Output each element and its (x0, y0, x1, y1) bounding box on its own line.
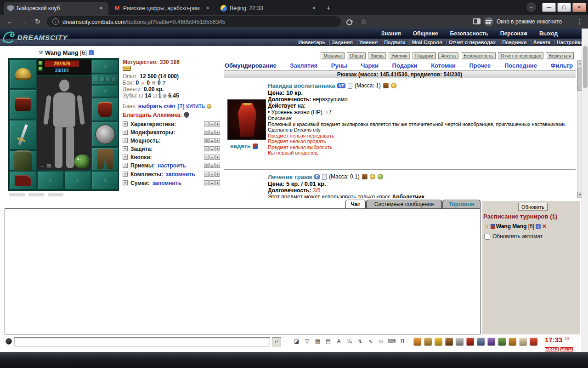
menu-icon[interactable] (204, 130, 209, 135)
menu-icon[interactable] (204, 163, 209, 168)
equip-slot-amulet[interactable] (92, 85, 119, 97)
tab-recent[interactable]: Последние (504, 62, 537, 69)
gifts-button[interactable]: Подарки (413, 52, 436, 59)
nav-nastroyki[interactable]: Настройки (552, 40, 585, 45)
game-tool-icon-1[interactable] (413, 338, 421, 345)
expand-icon[interactable] (123, 138, 128, 143)
walk-icon[interactable]: → (39, 163, 44, 168)
keyboard-icon[interactable]: ⌨ (387, 337, 396, 346)
up-arrow-icon[interactable] (209, 146, 215, 151)
down-arrow-icon[interactable] (215, 163, 220, 168)
erase-icon[interactable]: ◪ (292, 337, 301, 346)
down-arrow-icon[interactable] (215, 130, 220, 135)
down-arrow-icon[interactable] (215, 121, 220, 126)
equip-slot-shield[interactable] (92, 122, 119, 147)
chat-messages-area[interactable] (5, 208, 481, 334)
up-arrow-icon[interactable] (209, 130, 215, 135)
chat-tab-system[interactable]: Системные сообщения (366, 200, 442, 208)
gold-bars-icon[interactable] (123, 66, 131, 71)
smiley-green-icon[interactable] (378, 174, 383, 179)
game-tool-icon-9[interactable] (498, 338, 506, 345)
down-arrow-icon[interactable] (215, 138, 220, 143)
equip-slot-armor[interactable] (10, 150, 36, 170)
chat-input[interactable] (14, 337, 270, 346)
down-arrow-icon[interactable] (215, 180, 220, 185)
game-tool-icon-7[interactable] (477, 338, 485, 345)
equip-slot-weapon[interactable] (10, 120, 36, 150)
up-arrow-icon[interactable] (209, 155, 215, 160)
browser-tab-beijing[interactable]: Beijing: 22:33 (217, 2, 322, 15)
reload-button[interactable]: ↻ (33, 17, 42, 26)
help-question-icon[interactable]: ? (163, 80, 166, 86)
nav-obshchenie[interactable]: Общение (413, 30, 438, 37)
character-name[interactable]: Wang Mang (45, 49, 78, 56)
chat-tab-trade[interactable]: Торговля (442, 200, 481, 208)
back-button[interactable]: ← (6, 17, 15, 26)
remember-link[interactable]: запомнить (152, 180, 181, 186)
image-button[interactable]: Образ (347, 52, 366, 59)
game-tool-icon-2[interactable] (424, 338, 432, 345)
smiley-icon[interactable] (370, 174, 375, 179)
game-tool-icon-4[interactable] (445, 338, 453, 345)
browser-menu-icon[interactable]: ⋮ (575, 17, 584, 26)
menu-icon[interactable] (204, 121, 209, 126)
remember-link[interactable]: запомнить (166, 171, 195, 178)
item-image-cloak[interactable] (227, 99, 266, 140)
alchemy-shield-icon[interactable] (184, 112, 189, 118)
tab-close-icon[interactable] (311, 5, 318, 12)
remove-icon[interactable] (542, 223, 547, 230)
expand-icon[interactable] (123, 121, 128, 126)
print-icon[interactable]: ▤ (324, 337, 333, 346)
bank-select-link[interactable]: выбрать счёт (138, 103, 176, 109)
equip-slot-rings[interactable] (92, 74, 119, 84)
menu-icon[interactable] (204, 155, 209, 160)
clock-chip[interactable]: CLOCK (545, 347, 559, 351)
equip-slot-helmet[interactable] (10, 59, 36, 89)
up-arrow-icon[interactable] (209, 163, 215, 168)
nav-poedinki[interactable]: Поединки (498, 40, 528, 45)
up-arrow-icon[interactable] (209, 180, 215, 185)
expand-icon[interactable] (123, 180, 128, 185)
equip-slot-extra-2[interactable] (64, 171, 91, 190)
wear-link[interactable]: надеть (230, 143, 251, 150)
equip-slot-wings[interactable] (92, 59, 119, 73)
bag-icon[interactable]: ▤ (46, 162, 51, 168)
auto-refresh-checkbox[interactable] (484, 234, 490, 240)
game-tool-icon-8[interactable] (487, 338, 495, 345)
info-icon[interactable] (536, 224, 541, 229)
tab-gifts[interactable]: Подарки (392, 62, 418, 69)
tab-search-chevron-icon[interactable] (526, 2, 536, 12)
copy-icon[interactable] (348, 83, 352, 89)
lightning-icon[interactable]: ↯ (356, 337, 364, 346)
game-tool-icon-5[interactable] (456, 338, 464, 345)
return-button[interactable]: Вернуться (546, 52, 574, 59)
filter-icon[interactable]: ▽ (303, 337, 311, 346)
bookmark-star-icon[interactable]: ☆ (359, 17, 368, 26)
browser-tab-fight-club[interactable]: Бойцовский клуб (4, 2, 108, 15)
up-arrow-icon[interactable] (209, 172, 215, 177)
gift-icon[interactable] (383, 83, 389, 88)
tab-close-icon[interactable] (97, 5, 105, 12)
translit-icon[interactable]: Я (398, 337, 407, 346)
send-button[interactable]: ↵ (272, 337, 281, 346)
info-icon[interactable] (89, 50, 94, 55)
security-button[interactable]: Безопасность (461, 52, 496, 59)
skills-button[interactable]: Умения (389, 52, 410, 59)
expand-icon[interactable] (123, 155, 128, 160)
profile-button[interactable]: Анкета (438, 52, 458, 59)
up-arrow-icon[interactable] (209, 138, 215, 143)
game-tool-icon-6[interactable] (466, 338, 474, 345)
window-close-button[interactable] (572, 3, 586, 12)
tab-other[interactable]: Прочее (469, 62, 491, 69)
expand-icon[interactable] (123, 172, 128, 177)
window-maximize-button[interactable] (557, 3, 571, 12)
copy-icon[interactable] (322, 174, 327, 180)
wave-icon[interactable]: ∿ (366, 337, 375, 346)
nav-personazh[interactable]: Персонаж (500, 30, 527, 37)
menu-icon[interactable] (204, 146, 209, 151)
address-bar[interactable]: dreamscity.combats.com/buttons.pl?battle… (47, 16, 341, 27)
equip-slot-extra-3[interactable] (92, 171, 119, 190)
equip-slot-bracers[interactable] (10, 90, 36, 119)
game-tool-icon-11[interactable] (519, 338, 527, 345)
menu-icon[interactable] (204, 138, 209, 143)
